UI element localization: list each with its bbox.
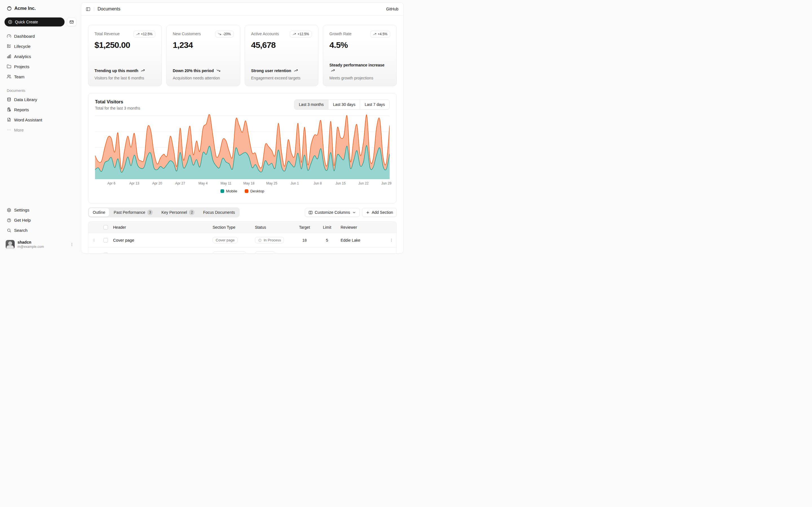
customize-columns-button[interactable]: Customize Columns <box>305 208 359 217</box>
x-tick: Jun 22 <box>358 181 368 185</box>
chart-subtitle: Total for the last 3 months <box>95 106 140 110</box>
row-reviewer[interactable]: Eddie Lake <box>338 238 386 242</box>
file-w-icon <box>7 117 11 122</box>
page-title: Documents <box>98 6 120 11</box>
col-section-type: Section Type <box>211 225 254 230</box>
plus-icon <box>366 210 370 215</box>
sidebar-toggle-button[interactable] <box>85 6 92 13</box>
trend-down-icon <box>216 68 220 73</box>
sidebar-item-get-help[interactable]: Get Help <box>4 216 77 225</box>
panel-header: Documents GitHub <box>81 3 403 16</box>
stat-label: Active Accounts <box>251 31 279 36</box>
drag-handle[interactable] <box>92 252 96 253</box>
tab-past-performance[interactable]: Past Performance3 <box>110 208 157 217</box>
user-menu[interactable]: shadcn m@example.com <box>4 239 77 250</box>
sidebar-item-settings[interactable]: Settings <box>4 206 77 215</box>
x-tick: Apr 13 <box>130 181 139 185</box>
legend-swatch <box>245 189 248 193</box>
stat-value: 1,234 <box>173 40 234 50</box>
dots-h-icon <box>7 128 11 132</box>
sidebar-item-search[interactable]: Search <box>4 226 77 235</box>
users-icon <box>7 74 11 79</box>
sidebar-item-projects[interactable]: Projects <box>4 62 77 71</box>
add-section-button[interactable]: Add Section <box>362 208 397 217</box>
tab-focus-documents[interactable]: Focus Documents <box>199 208 239 217</box>
legend-desktop: Desktop <box>245 189 264 193</box>
circle-check-icon <box>258 253 262 254</box>
legend-swatch <box>220 189 224 193</box>
sidebar-item-label: Reports <box>14 107 29 112</box>
row-header[interactable]: Cover page <box>112 238 211 242</box>
trend-up-icon <box>373 33 376 36</box>
sidebar-item-label: More <box>14 128 24 132</box>
quick-create-button[interactable]: Quick Create <box>4 17 64 26</box>
database-icon <box>7 97 11 102</box>
range-last-30-days[interactable]: Last 30 days <box>328 100 360 109</box>
stat-cards: Total Revenue +12.5% $1,250.00 Trending … <box>88 25 397 86</box>
loader-icon <box>258 238 262 242</box>
row-target[interactable]: 18 <box>293 238 316 242</box>
stat-footer-title: Steady performance increase <box>329 62 390 74</box>
chevron-down-icon <box>352 210 356 214</box>
select-all-checkbox[interactable] <box>103 225 108 230</box>
row-target[interactable]: 29 <box>293 252 316 254</box>
quick-create-label: Quick Create <box>15 20 38 24</box>
ellipsis-v-icon <box>389 252 394 253</box>
columns-icon <box>308 210 313 215</box>
tab-outline[interactable]: Outline <box>89 208 109 217</box>
sidebar-item-label: Data Library <box>14 97 37 102</box>
row-limit[interactable]: 5 <box>316 238 338 242</box>
row-checkbox[interactable] <box>103 252 108 254</box>
report-icon <box>7 107 11 112</box>
chevron-down-icon <box>352 210 356 214</box>
sidebar-item-label: Lifecycle <box>14 44 31 49</box>
x-tick: Jun 15 <box>336 181 346 185</box>
sidebar-item-label: Team <box>14 74 24 79</box>
x-tick: May 18 <box>243 181 254 185</box>
stat-footer-title: Strong user retention <box>251 68 312 73</box>
stat-card-active-accounts: Active Accounts +12.5% 45,678 Strong use… <box>245 25 319 86</box>
stat-footer-sub: Acquisition needs attention <box>173 75 234 81</box>
user-menu-button[interactable] <box>68 241 75 248</box>
header-divider <box>94 7 94 11</box>
github-link[interactable]: GitHub <box>386 7 398 11</box>
sidebar-item-lifecycle[interactable]: Lifecycle <box>4 42 77 51</box>
sidebar-item-team[interactable]: Team <box>4 72 77 81</box>
drag-handle[interactable] <box>92 238 96 242</box>
table-row-cover-page: Cover page Cover page In Process 18 5 Ed… <box>88 233 396 247</box>
org-switcher[interactable]: Acme Inc. <box>4 4 77 13</box>
row-checkbox[interactable] <box>103 238 108 242</box>
sidebar-item-label: Word Assistant <box>14 117 42 122</box>
grip-icon <box>92 252 96 253</box>
stat-footer-sub: Meets growth projections <box>329 75 390 81</box>
sidebar-item-dashboard[interactable]: Dashboard <box>4 32 77 41</box>
range-last-7-days[interactable]: Last 7 days <box>360 100 389 109</box>
chart-legend: MobileDesktop <box>95 189 390 193</box>
user-name: shadcn <box>17 240 66 245</box>
sections-table: Header Section Type Status Target Limit … <box>88 221 397 253</box>
x-tick: Jun 8 <box>313 181 322 185</box>
row-limit[interactable]: 24 <box>316 252 338 254</box>
avatar <box>6 240 15 249</box>
ellipsis-v-icon <box>389 238 394 242</box>
sidebar-item-data-library[interactable]: Data Library <box>4 95 77 104</box>
sidebar-item-reports[interactable]: Reports <box>4 105 77 114</box>
sidebar-item-analytics[interactable]: Analytics <box>4 52 77 61</box>
chart-bar-icon <box>7 54 11 59</box>
row-reviewer[interactable]: Eddie Lake <box>338 252 386 254</box>
tab-key-personnel[interactable]: Key Personnel2 <box>157 208 199 217</box>
range-last-3-months[interactable]: Last 3 months <box>294 100 328 109</box>
row-actions-button[interactable] <box>388 237 395 243</box>
sidebar-item-word-assistant[interactable]: Word Assistant <box>4 115 77 124</box>
inbox-button[interactable] <box>67 18 77 26</box>
row-actions-button[interactable] <box>388 251 395 253</box>
row-header[interactable]: Table of contents <box>112 252 211 254</box>
trend-up-icon <box>331 68 335 73</box>
trend-down-icon <box>218 33 221 36</box>
sidebar-item-more[interactable]: More <box>4 125 77 134</box>
trend-up-icon <box>293 33 296 36</box>
grip-icon <box>92 238 96 242</box>
section-type-badge: Cover page <box>213 237 238 243</box>
x-tick: May 25 <box>266 181 277 185</box>
x-tick: Apr 20 <box>152 181 162 185</box>
